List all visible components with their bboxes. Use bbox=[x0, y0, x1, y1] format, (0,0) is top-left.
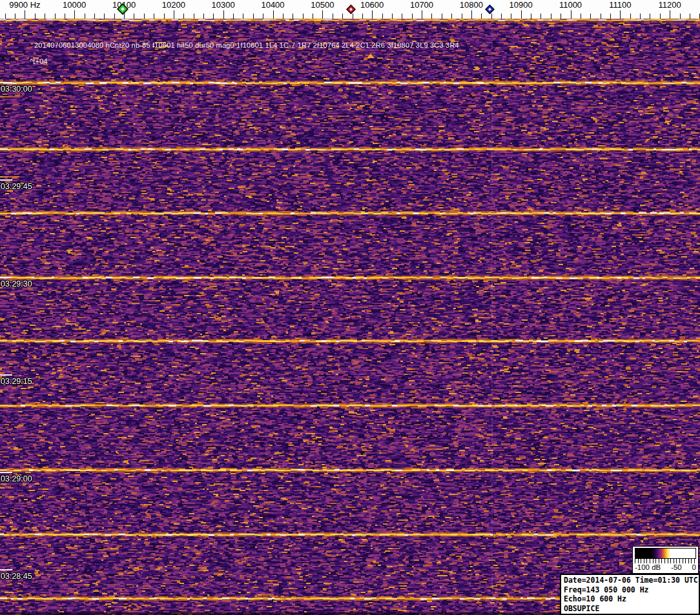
ruler-tick bbox=[342, 14, 343, 19]
ruler-tick bbox=[322, 10, 323, 19]
freq-label: 10500 bbox=[311, 0, 334, 10]
freq-label: 11200 bbox=[659, 0, 681, 10]
ruler-tick bbox=[521, 10, 522, 19]
ruler-tick bbox=[442, 14, 442, 19]
legend-label-mid: -50 bbox=[671, 563, 682, 572]
annotation-t04: ^t+04 bbox=[30, 57, 48, 65]
ruler-tick bbox=[561, 14, 561, 19]
ruler-tick bbox=[94, 14, 95, 19]
ruler-tick bbox=[35, 14, 36, 19]
ruler-tick bbox=[551, 14, 551, 19]
ruler-tick bbox=[650, 14, 650, 19]
detection-annotation: 20140706013004080 hCnt20 nb-85 f10601 hi… bbox=[34, 41, 459, 49]
ruler-tick bbox=[422, 10, 422, 19]
ruler-tick bbox=[630, 14, 631, 19]
freq-label: 10700 bbox=[410, 0, 433, 10]
ruler-tick bbox=[431, 14, 432, 19]
ruler-tick bbox=[25, 10, 25, 19]
ruler-tick bbox=[531, 14, 531, 19]
ruler-tick bbox=[303, 14, 304, 19]
ink-scribble-mark bbox=[0, 54, 8, 63]
legend-labels: -100 dB -50 0 bbox=[635, 563, 696, 572]
ruler-tick bbox=[104, 14, 105, 19]
spectrogram-app: 9900 Hz100001010010200103001040010500106… bbox=[0, 0, 700, 615]
freq-label: 9900 Hz bbox=[9, 0, 40, 10]
station-info-box: Date=2014-07-06 Time=01:30 UTC Freq=143 … bbox=[560, 574, 700, 615]
ruler-tick bbox=[183, 14, 184, 19]
ruler-tick bbox=[402, 14, 402, 19]
ruler-tick bbox=[114, 14, 115, 19]
ruler-tick bbox=[243, 14, 243, 19]
ruler-tick bbox=[253, 14, 254, 19]
green-diamond-marker[interactable] bbox=[117, 3, 129, 15]
ruler-tick bbox=[353, 14, 353, 19]
ruler-tick bbox=[233, 14, 234, 19]
info-date-time: Date=2014-07-06 Time=01:30 UTC bbox=[564, 576, 699, 585]
ruler-tick bbox=[362, 14, 363, 19]
ruler-tick bbox=[45, 14, 45, 19]
ruler-tick bbox=[471, 10, 472, 19]
time-label: 03:29:45 bbox=[1, 182, 32, 191]
ruler-tick bbox=[223, 10, 224, 19]
ruler-tick bbox=[203, 14, 204, 19]
legend-label-min: -100 dB bbox=[635, 563, 661, 572]
ruler-tick bbox=[263, 14, 263, 19]
ruler-tick bbox=[65, 14, 65, 19]
ruler-tick bbox=[392, 14, 393, 19]
spectrogram-canvas[interactable] bbox=[0, 19, 700, 615]
ruler-tick bbox=[194, 14, 194, 19]
color-scale-legend: -100 dB -50 0 bbox=[632, 546, 699, 574]
ruler-tick bbox=[640, 14, 641, 19]
ruler-tick bbox=[134, 14, 134, 19]
freq-label: 10600 bbox=[360, 0, 384, 10]
info-frequency: Freq=143 050 000 Hz bbox=[564, 585, 699, 595]
ruler-tick bbox=[610, 14, 611, 19]
ruler-tick bbox=[372, 10, 373, 19]
freq-label: 10400 bbox=[261, 0, 284, 10]
freq-label: 10300 bbox=[212, 0, 235, 10]
ruler-tick bbox=[511, 14, 511, 19]
ruler-tick bbox=[601, 14, 601, 19]
ruler-tick bbox=[620, 10, 621, 19]
ruler-tick bbox=[501, 14, 502, 19]
time-tick-mark bbox=[0, 374, 12, 376]
ruler-tick bbox=[15, 14, 15, 19]
freq-label: 10200 bbox=[162, 0, 185, 10]
ruler-tick bbox=[590, 14, 591, 19]
ruler-tick bbox=[680, 14, 681, 19]
ruler-tick bbox=[670, 10, 670, 19]
red-diamond-marker[interactable] bbox=[346, 5, 356, 14]
ruler-tick bbox=[313, 14, 313, 19]
time-tick-mark bbox=[0, 82, 12, 83]
ruler-tick bbox=[462, 14, 462, 19]
ruler-tick bbox=[571, 10, 571, 19]
ruler-tick bbox=[213, 14, 214, 19]
freq-label: 11000 bbox=[559, 0, 582, 10]
legend-tick-ruler bbox=[635, 559, 696, 563]
ruler-tick bbox=[481, 14, 482, 19]
ruler-tick bbox=[5, 14, 6, 19]
time-label: 03:29:00 bbox=[1, 474, 32, 483]
ruler-tick bbox=[154, 14, 154, 19]
time-label: 03:29:15 bbox=[1, 377, 32, 386]
time-tick-mark bbox=[0, 179, 12, 181]
ruler-tick bbox=[174, 10, 174, 19]
ruler-tick bbox=[660, 14, 661, 19]
ruler-tick bbox=[55, 14, 56, 19]
ruler-tick bbox=[293, 14, 293, 19]
blue-diamond-marker[interactable] bbox=[485, 5, 495, 14]
info-station: OBSUPICE bbox=[564, 604, 699, 614]
orange-caret-marker bbox=[367, 54, 375, 58]
ruler-tick bbox=[491, 14, 492, 19]
time-tick-mark bbox=[0, 569, 12, 570]
freq-label: 10800 bbox=[460, 0, 483, 10]
ruler-tick bbox=[74, 10, 75, 19]
ruler-tick bbox=[85, 14, 85, 19]
ruler-tick bbox=[690, 14, 690, 19]
time-label: 03:29:30 bbox=[1, 279, 32, 288]
freq-label: 10900 bbox=[510, 0, 533, 10]
ruler-tick bbox=[451, 14, 452, 19]
time-tick-mark bbox=[0, 277, 12, 278]
frequency-ruler: 9900 Hz100001010010200103001040010500106… bbox=[0, 0, 700, 19]
time-tick-mark bbox=[0, 472, 12, 473]
